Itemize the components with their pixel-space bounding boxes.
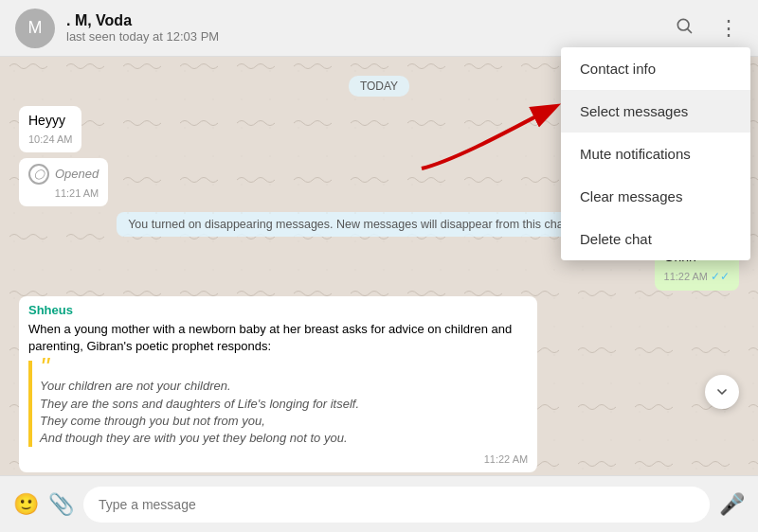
- message-row: Shheus When a young mother with a newbor…: [19, 296, 739, 473]
- message-meta: 10:24 AM: [28, 133, 72, 147]
- contact-name: . M, Voda: [66, 12, 671, 29]
- message-time: 11:22 AM: [484, 452, 528, 467]
- notice-text: You turned on disappearing messages. New…: [128, 218, 630, 231]
- more-menu-button[interactable]: ⋮: [714, 12, 743, 44]
- bottom-bar: 🙂 📎 🎤: [0, 475, 758, 532]
- contact-status: last seen today at 12:03 PM: [66, 29, 671, 44]
- menu-item-delete-chat[interactable]: Delete chat: [561, 218, 750, 260]
- menu-item-mute-notifications[interactable]: Mute notifications: [561, 133, 750, 175]
- opened-icon: ◯: [28, 164, 49, 185]
- attach-button[interactable]: 📎: [48, 492, 74, 517]
- message-time: 11:21 AM: [55, 186, 99, 201]
- quote-text: Your children are not your children.They…: [40, 379, 359, 445]
- avatar[interactable]: M: [15, 9, 55, 48]
- search-button[interactable]: [671, 12, 697, 44]
- read-tick: ✓✓: [711, 269, 730, 285]
- scroll-down-button[interactable]: [705, 375, 739, 409]
- message-intro: When a young mother with a newborn baby …: [28, 321, 528, 355]
- svg-point-0: [677, 19, 689, 30]
- message-bubble: Shheus When a young mother with a newbor…: [19, 296, 537, 473]
- message-meta: 11:22 AM: [28, 452, 528, 467]
- opened-row: ◯ Opened: [28, 164, 99, 185]
- emoji-button[interactable]: 🙂: [13, 492, 39, 517]
- chat-header: M . M, Voda last seen today at 12:03 PM …: [0, 0, 758, 57]
- menu-item-clear-messages[interactable]: Clear messages: [561, 175, 750, 218]
- message-meta: 11:21 AM: [28, 186, 99, 201]
- message-time: 10:24 AM: [28, 133, 72, 147]
- message-text: Heyyy: [28, 112, 72, 131]
- quote-block: " Your children are not your children.Th…: [28, 361, 528, 447]
- message-bubble: Heyyy 10:24 AM: [19, 106, 81, 152]
- opened-label: Opened: [55, 166, 99, 183]
- menu-item-contact-info[interactable]: Contact info: [561, 47, 750, 90]
- svg-line-1: [688, 29, 692, 33]
- header-icons: ⋮: [671, 12, 743, 44]
- message-input[interactable]: [83, 487, 710, 523]
- header-info: . M, Voda last seen today at 12:03 PM: [66, 12, 671, 44]
- dropdown-menu: Contact info Select messages Mute notifi…: [561, 47, 750, 260]
- message-time: 11:22 AM: [664, 270, 708, 284]
- sender-name: Shheus: [28, 302, 528, 319]
- menu-item-select-messages[interactable]: Select messages: [561, 90, 750, 133]
- message-meta: 11:22 AM ✓✓: [664, 269, 730, 285]
- message-bubble: ◯ Opened 11:21 AM: [19, 158, 108, 206]
- quote-mark: ": [40, 361, 528, 374]
- mic-button[interactable]: 🎤: [719, 492, 745, 517]
